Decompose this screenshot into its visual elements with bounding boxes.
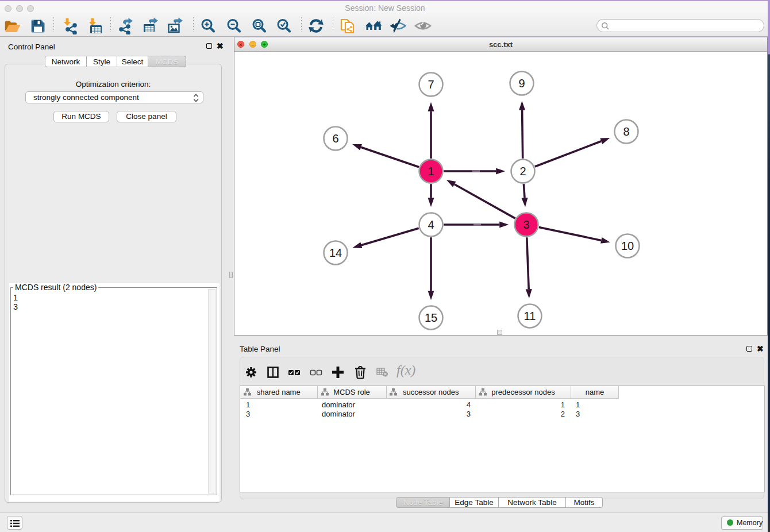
svg-text:15: 15 bbox=[425, 311, 437, 324]
svg-text:3: 3 bbox=[523, 218, 529, 231]
svg-text:11: 11 bbox=[524, 310, 536, 322]
svg-text:6: 6 bbox=[332, 132, 338, 145]
svg-text:14: 14 bbox=[329, 246, 342, 259]
svg-text:7: 7 bbox=[428, 78, 434, 91]
svg-text:1: 1 bbox=[428, 165, 434, 178]
svg-text:10: 10 bbox=[621, 240, 634, 252]
svg-text:4: 4 bbox=[428, 218, 434, 231]
svg-text:9: 9 bbox=[518, 77, 525, 90]
svg-text:8: 8 bbox=[623, 125, 629, 138]
svg-text:2: 2 bbox=[519, 165, 526, 178]
